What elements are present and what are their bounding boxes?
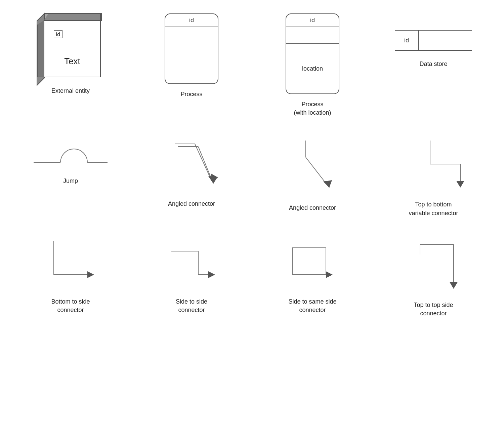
- jump-shape: [30, 137, 111, 171]
- svg-marker-12: [208, 176, 218, 184]
- cell-process-location: id location Process(with location): [255, 13, 370, 117]
- cell-bts: Bottom to sideconnector: [13, 238, 128, 318]
- process-location-label: Process(with location): [294, 100, 331, 117]
- tts-shape: [400, 238, 467, 295]
- svg-text:id: id: [404, 37, 409, 44]
- stss-shape: [279, 238, 346, 291]
- svg-marker-22: [87, 271, 94, 278]
- bts-shape: [40, 238, 101, 291]
- svg-marker-26: [208, 271, 215, 278]
- cell-ttb-variable: Top to bottomvariable connector: [376, 137, 491, 217]
- diagram-grid: id Text External entity id Process id lo…: [13, 13, 491, 318]
- ext-top-face: [44, 13, 101, 21]
- ttb-shape: [400, 137, 467, 194]
- process-loc-header: id: [286, 14, 339, 27]
- data-store-label: Data store: [419, 60, 447, 68]
- cell-jump: Jump: [13, 137, 128, 217]
- cell-process: id Process: [134, 13, 249, 117]
- tts-label: Top to top sideconnector: [414, 301, 453, 318]
- cell-external-entity: id Text External entity: [13, 13, 128, 117]
- bts-label: Bottom to sideconnector: [51, 298, 90, 314]
- angled-2-label: Angled connector: [289, 204, 336, 212]
- ttb-variable-label: Top to bottomvariable connector: [409, 200, 458, 217]
- process-shape: id: [165, 13, 218, 84]
- cell-stss: Side to same sideconnector: [255, 238, 370, 318]
- process-label: Process: [180, 90, 202, 99]
- process-loc-body: location: [286, 44, 339, 93]
- sts-shape: [161, 238, 222, 291]
- cell-data-store: id Data store: [376, 13, 491, 117]
- cell-sts: Side to sideconnector: [134, 238, 249, 318]
- cell-angled-1: Angled connector: [134, 137, 249, 217]
- process-header: id: [165, 14, 218, 27]
- angled-1-label: Angled connector: [168, 200, 215, 208]
- svg-marker-35: [450, 282, 458, 289]
- svg-marker-31: [326, 271, 333, 278]
- ext-side-face: [37, 20, 44, 77]
- process-body: [165, 27, 218, 83]
- external-entity-shape: id Text: [37, 13, 104, 81]
- angled-shape-2: [282, 137, 343, 198]
- ext-front-face: id Text: [44, 20, 101, 77]
- ext-body-text: Text: [44, 56, 100, 67]
- jump-label: Jump: [63, 177, 78, 185]
- svg-marker-19: [456, 181, 464, 188]
- process-loc-shape: id location: [286, 13, 339, 94]
- angled-shape-1b: [161, 140, 222, 194]
- sts-label: Side to sideconnector: [176, 298, 207, 314]
- cell-angled-2: Angled connector: [255, 137, 370, 217]
- ext-id-label: id: [54, 30, 62, 38]
- process-loc-mid: [286, 27, 339, 44]
- datastore-shape: id: [395, 27, 472, 54]
- cell-tts: Top to top sideconnector: [376, 238, 491, 318]
- stss-label: Side to same sideconnector: [288, 298, 336, 314]
